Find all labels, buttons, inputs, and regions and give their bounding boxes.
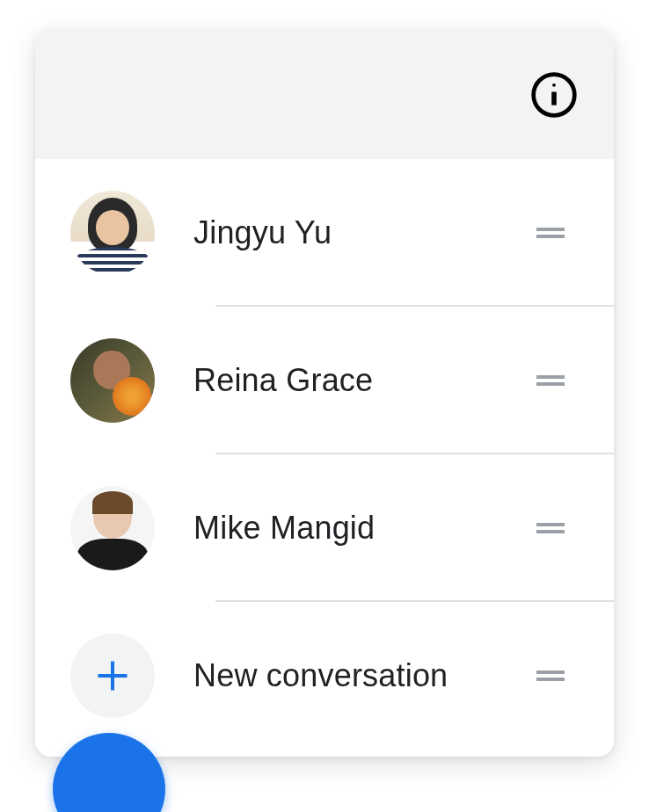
svg-point-2 xyxy=(552,83,556,86)
contact-list: Jingyu Yu Reina Grace Mike Mangid xyxy=(35,159,614,757)
contact-name: Mike Mangid xyxy=(193,510,536,547)
new-conversation-avatar xyxy=(70,634,155,718)
avatar xyxy=(70,486,155,570)
contact-row[interactable]: Reina Grace xyxy=(35,307,614,454)
plus-icon xyxy=(93,656,132,695)
info-button[interactable] xyxy=(529,70,579,120)
drag-handle-icon[interactable] xyxy=(536,375,565,386)
contact-row[interactable]: Mike Mangid xyxy=(35,454,614,602)
avatar xyxy=(70,338,155,423)
drag-handle-icon[interactable] xyxy=(536,523,565,533)
contact-name: Jingyu Yu xyxy=(193,214,536,251)
drag-handle-icon[interactable] xyxy=(536,228,565,238)
drag-handle-icon[interactable] xyxy=(536,671,565,681)
new-conversation-row[interactable]: New conversation xyxy=(35,602,614,757)
avatar xyxy=(70,191,155,275)
popover-header xyxy=(35,30,614,159)
contact-name: Reina Grace xyxy=(193,362,536,399)
conversations-popover: Jingyu Yu Reina Grace Mike Mangid xyxy=(35,30,614,757)
info-icon xyxy=(529,70,579,120)
contact-row[interactable]: Jingyu Yu xyxy=(35,159,614,307)
new-conversation-label: New conversation xyxy=(193,657,536,694)
